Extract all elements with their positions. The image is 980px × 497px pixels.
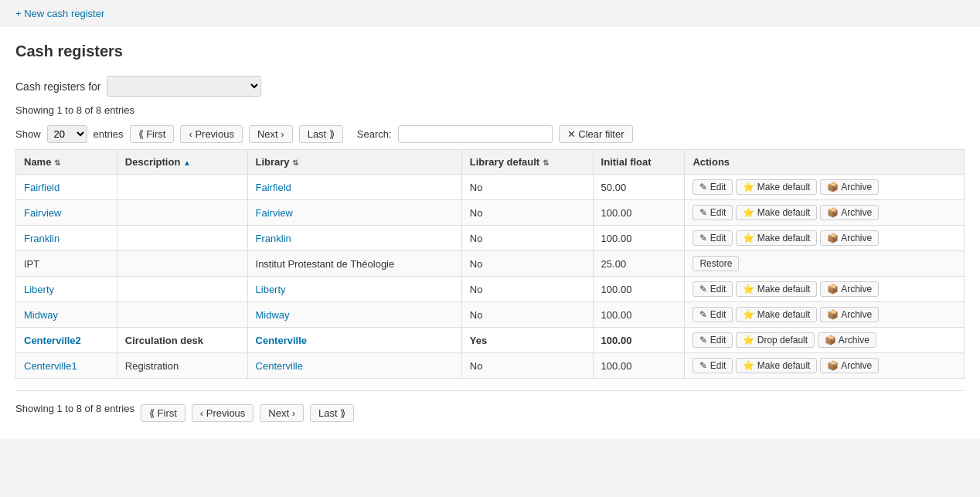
edit-button[interactable]: ✎ Edit bbox=[692, 179, 733, 195]
search-input[interactable] bbox=[398, 125, 553, 143]
cell-initial-float: 100.00 bbox=[593, 277, 685, 302]
cell-library-default: No bbox=[461, 175, 593, 200]
cell-library-default: No bbox=[461, 226, 593, 251]
archive-button[interactable]: 📦 Archive bbox=[820, 179, 879, 195]
cell-actions: ✎ Edit⭐ Make default📦 Archive bbox=[685, 200, 965, 226]
cell-description bbox=[117, 251, 247, 277]
archive-button[interactable]: 📦 Archive bbox=[820, 205, 879, 220]
name-sort-icon: ⇅ bbox=[54, 158, 60, 167]
edit-button[interactable]: ✎ Edit bbox=[692, 358, 733, 373]
cell-description bbox=[117, 277, 247, 302]
make-default-button[interactable]: ⭐ Make default bbox=[736, 205, 817, 220]
previous-button-top[interactable]: ‹ Previous bbox=[180, 125, 243, 143]
last-button-bottom[interactable]: Last ⟫ bbox=[310, 404, 354, 422]
archive-button[interactable]: 📦 Archive bbox=[818, 332, 876, 348]
cell-library: Centerville bbox=[247, 328, 461, 353]
library-link[interactable]: Centerville bbox=[256, 335, 307, 346]
cell-actions: ✎ Edit⭐ Make default📦 Archive bbox=[685, 277, 965, 302]
last-button-top[interactable]: Last ⟫ bbox=[299, 125, 343, 143]
cell-description bbox=[117, 200, 247, 226]
library-default-sort-icon: ⇅ bbox=[543, 158, 549, 167]
archive-button[interactable]: 📦 Archive bbox=[820, 281, 879, 297]
next-button-bottom[interactable]: Next › bbox=[260, 404, 304, 422]
make-default-button[interactable]: ⭐ Make default bbox=[736, 358, 817, 373]
edit-button[interactable]: ✎ Edit bbox=[692, 205, 733, 220]
edit-button[interactable]: ✎ Edit bbox=[692, 230, 733, 246]
show-label: Show bbox=[15, 128, 41, 140]
library-link[interactable]: Midway bbox=[256, 309, 290, 321]
table-row: Centerville1RegistrationCentervilleNo100… bbox=[16, 353, 965, 379]
cell-library-default: No bbox=[461, 302, 593, 328]
col-name[interactable]: Name ⇅ bbox=[16, 150, 117, 175]
library-filter-select[interactable] bbox=[107, 76, 261, 97]
edit-button[interactable]: ✎ Edit bbox=[692, 281, 733, 297]
cell-library: Fairview bbox=[247, 200, 461, 226]
make-default-button[interactable]: ⭐ Make default bbox=[736, 307, 817, 322]
edit-button[interactable]: ✎ Edit bbox=[692, 307, 733, 322]
page-title: Cash registers bbox=[15, 43, 965, 60]
cell-library: Institut Protestant de Théologie bbox=[247, 251, 461, 277]
showing-entries-top: Showing 1 to 8 of 8 entries bbox=[15, 104, 965, 116]
cell-description: Circulation desk bbox=[117, 328, 247, 353]
cell-name: Fairview bbox=[16, 200, 117, 226]
library-link[interactable]: Liberty bbox=[256, 284, 286, 295]
cell-initial-float: 100.00 bbox=[593, 200, 685, 226]
cell-description bbox=[117, 302, 247, 328]
edit-button[interactable]: ✎ Edit bbox=[692, 332, 733, 348]
table-row: MidwayMidwayNo100.00✎ Edit⭐ Make default… bbox=[16, 302, 965, 328]
name-link[interactable]: Centerville2 bbox=[24, 335, 81, 346]
name-link[interactable]: Centerville1 bbox=[24, 360, 77, 372]
cell-library-default: No bbox=[461, 277, 593, 302]
cell-initial-float: 100.00 bbox=[593, 328, 685, 353]
new-cash-register-link[interactable]: + New cash register bbox=[15, 8, 104, 19]
library-link[interactable]: Fairfield bbox=[256, 182, 291, 193]
previous-button-bottom[interactable]: ‹ Previous bbox=[192, 404, 254, 422]
make-default-button[interactable]: ⭐ Make default bbox=[736, 179, 817, 195]
page-size-select[interactable]: 20 50 100 bbox=[47, 125, 87, 143]
cell-actions: ✎ Edit⭐ Drop default📦 Archive bbox=[685, 328, 965, 353]
cell-description bbox=[117, 175, 247, 200]
next-button-top[interactable]: Next › bbox=[249, 125, 293, 143]
cell-library: Liberty bbox=[247, 277, 461, 302]
make-default-button[interactable]: ⭐ Make default bbox=[736, 230, 817, 246]
make-default-button[interactable]: ⭐ Make default bbox=[736, 281, 817, 297]
name-link[interactable]: Franklin bbox=[24, 233, 60, 244]
name-link[interactable]: Fairfield bbox=[24, 182, 60, 193]
library-link[interactable]: Fairview bbox=[256, 207, 293, 219]
cell-library: Midway bbox=[247, 302, 461, 328]
cell-library-default: No bbox=[461, 353, 593, 379]
library-link[interactable]: Centerville bbox=[256, 360, 303, 372]
clear-filter-button[interactable]: ✕ Clear filter bbox=[559, 125, 633, 143]
col-initial-float: Initial float bbox=[593, 150, 685, 175]
table-row: FranklinFranklinNo100.00✎ Edit⭐ Make def… bbox=[16, 226, 965, 251]
archive-button[interactable]: 📦 Archive bbox=[820, 230, 879, 246]
first-button-top[interactable]: ⟪ First bbox=[130, 125, 175, 143]
drop-default-button[interactable]: ⭐ Drop default bbox=[736, 332, 815, 348]
name-link[interactable]: Liberty bbox=[24, 284, 54, 295]
cell-name: Midway bbox=[16, 302, 117, 328]
name-link[interactable]: Fairview bbox=[24, 207, 61, 219]
col-library[interactable]: Library ⇅ bbox=[247, 150, 461, 175]
archive-button[interactable]: 📦 Archive bbox=[820, 307, 879, 322]
archive-button[interactable]: 📦 Archive bbox=[820, 358, 879, 373]
cell-actions: Restore bbox=[685, 251, 965, 277]
cell-initial-float: 100.00 bbox=[593, 302, 685, 328]
library-sort-icon: ⇅ bbox=[292, 158, 298, 167]
cash-registers-table: Name ⇅ Description ▲ Library ⇅ Library d… bbox=[15, 149, 965, 379]
name-link[interactable]: Midway bbox=[24, 309, 58, 321]
entries-label: entries bbox=[94, 128, 124, 140]
cell-description bbox=[117, 226, 247, 251]
restore-button[interactable]: Restore bbox=[692, 256, 739, 271]
library-link[interactable]: Franklin bbox=[256, 233, 291, 244]
col-description[interactable]: Description ▲ bbox=[117, 150, 247, 175]
cell-initial-float: 25.00 bbox=[593, 251, 685, 277]
cell-name: Franklin bbox=[16, 226, 117, 251]
col-library-default[interactable]: Library default ⇅ bbox=[461, 150, 593, 175]
cell-library-default: No bbox=[461, 251, 593, 277]
cell-library-default: Yes bbox=[461, 328, 593, 353]
cell-actions: ✎ Edit⭐ Make default📦 Archive bbox=[685, 226, 965, 251]
first-button-bottom[interactable]: ⟪ First bbox=[141, 404, 185, 422]
cell-actions: ✎ Edit⭐ Make default📦 Archive bbox=[685, 175, 965, 200]
description-sort-icon: ▲ bbox=[183, 158, 191, 167]
cell-actions: ✎ Edit⭐ Make default📦 Archive bbox=[685, 353, 965, 379]
